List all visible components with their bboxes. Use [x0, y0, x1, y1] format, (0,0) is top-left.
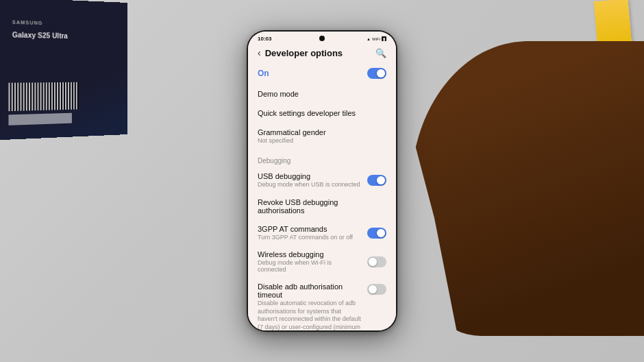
disable-adb-title: Disable adb authorisation timeout — [258, 282, 362, 299]
wireless-debugging-subtitle: Debug mode when Wi-Fi is connected — [258, 259, 362, 273]
top-bar: ‹ Developer options 🔍 — [248, 43, 396, 62]
3gpp-row[interactable]: 3GPP AT commands Turn 3GPP AT commands o… — [248, 220, 396, 245]
3gpp-title: 3GPP AT commands — [258, 225, 362, 233]
samsung-box-barcode — [8, 82, 78, 111]
usb-toggle-knob — [377, 176, 385, 184]
demo-mode-item[interactable]: Demo mode — [248, 84, 396, 104]
on-toggle-row: On — [248, 62, 396, 84]
phone-wrapper: 10:03 ▲ WiFi ▮ ‹ Developer options 🔍 On — [247, 30, 397, 332]
disable-adb-row[interactable]: Disable adb authorisation timeout Disabl… — [248, 278, 396, 330]
disable-adb-left: Disable adb authorisation timeout Disabl… — [258, 282, 362, 330]
usb-debugging-row[interactable]: USB debugging Debug mode when USB is con… — [248, 167, 396, 193]
phone: 10:03 ▲ WiFi ▮ ‹ Developer options 🔍 On — [247, 30, 397, 332]
wifi-icon: WiFi — [372, 37, 380, 41]
usb-debugging-title: USB debugging — [258, 172, 362, 180]
usb-debugging-left: USB debugging Debug mode when USB is con… — [258, 172, 362, 188]
status-icons: ▲ WiFi ▮ — [367, 36, 386, 41]
3gpp-toggle-knob — [377, 229, 385, 237]
grammatical-gender-title: Grammatical gender — [258, 128, 386, 136]
debugging-section-header: Debugging — [248, 149, 396, 167]
3gpp-left: 3GPP AT commands Turn 3GPP AT commands o… — [258, 225, 362, 241]
wireless-debugging-title: Wireless debugging — [258, 250, 362, 258]
disable-adb-toggle-knob — [369, 285, 377, 293]
search-button[interactable]: 🔍 — [375, 48, 386, 58]
revoke-usb-item[interactable]: Revoke USB debugging authorisations — [248, 193, 396, 220]
samsung-box-label: SAMSUNG Galaxy S25 Ultra — [12, 19, 68, 41]
on-label: On — [258, 69, 269, 78]
status-time: 10:03 — [258, 36, 271, 42]
grammatical-gender-item[interactable]: Grammatical gender Not specified — [248, 123, 396, 149]
3gpp-toggle[interactable] — [367, 228, 386, 239]
toggle-knob — [377, 69, 385, 77]
on-toggle[interactable] — [367, 68, 386, 79]
debugging-label: Debugging — [258, 157, 290, 165]
demo-mode-title: Demo mode — [258, 90, 386, 98]
samsung-box-sticker — [8, 113, 71, 125]
wireless-debugging-left: Wireless debugging Debug mode when Wi-Fi… — [258, 250, 362, 273]
battery-icon: ▮ — [382, 36, 386, 41]
wireless-debugging-toggle[interactable] — [367, 256, 386, 267]
grammatical-gender-subtitle: Not specified — [258, 137, 386, 144]
disable-adb-subtitle: Disable automatic revocation of adb auth… — [258, 300, 362, 330]
camera-notch — [319, 36, 325, 41]
page-title: Developer options — [265, 48, 375, 58]
samsung-box: SAMSUNG Galaxy S25 Ultra — [0, 0, 127, 140]
disable-adb-toggle[interactable] — [367, 284, 386, 295]
usb-debugging-subtitle: Debug mode when USB is connected — [258, 181, 362, 188]
usb-debugging-toggle[interactable] — [367, 175, 386, 186]
wireless-toggle-knob — [369, 258, 377, 266]
revoke-usb-title: Revoke USB debugging authorisations — [258, 198, 386, 215]
quick-settings-item[interactable]: Quick settings developer tiles — [248, 104, 396, 123]
signal-icon: ▲ — [367, 37, 371, 41]
quick-settings-title: Quick settings developer tiles — [258, 109, 386, 117]
3gpp-subtitle: Turn 3GPP AT commands on or off — [258, 234, 362, 241]
back-button[interactable]: ‹ — [258, 47, 261, 58]
phone-screen: 10:03 ▲ WiFi ▮ ‹ Developer options 🔍 On — [248, 32, 396, 330]
wireless-debugging-row[interactable]: Wireless debugging Debug mode when Wi-Fi… — [248, 245, 396, 278]
